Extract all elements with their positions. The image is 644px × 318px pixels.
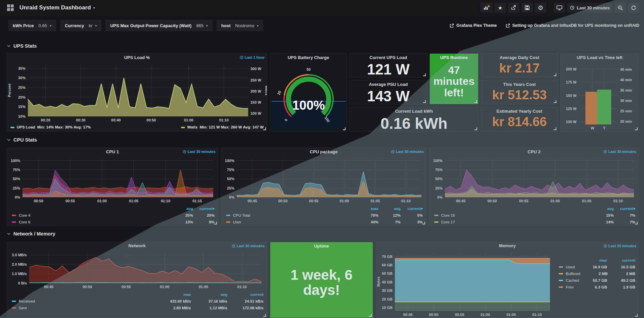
chevron-down-icon xyxy=(7,138,11,142)
legend-column-header[interactable]: current▾ xyxy=(614,206,635,211)
legend-column-header[interactable]: avg xyxy=(378,207,401,211)
panel-title[interactable]: Estimated Yearly Cost xyxy=(481,107,557,115)
panel-title[interactable]: UPS Load % xyxy=(7,54,267,62)
memory-chart[interactable]: 70 GB60 GB50 GB40 GB30 GB20 GB10 GB00:45… xyxy=(376,250,554,318)
legend-value: 3% xyxy=(401,220,423,224)
add-panel-button[interactable] xyxy=(480,3,493,13)
legend-item[interactable]: Core 6 xyxy=(12,220,172,224)
dashboard-title[interactable]: Unraid System Dashboard xyxy=(19,4,91,11)
row-header-ups-stats[interactable]: UPS Stats xyxy=(7,42,37,50)
svg-text:01:05: 01:05 xyxy=(370,199,380,203)
battery-gauge[interactable]: 50 20 0 100 100% xyxy=(270,62,347,130)
legend-item[interactable]: User xyxy=(226,220,356,224)
variable-host[interactable]: host Nostromo ▾ xyxy=(217,20,263,31)
variable-ups-max-output[interactable]: UPS Max Output Power Capacity (Watt) 865… xyxy=(105,20,213,31)
variable-currency[interactable]: Currency kr ▾ xyxy=(60,20,101,31)
panel-title[interactable]: Current UPS Load xyxy=(350,54,427,62)
svg-text:00:45: 00:45 xyxy=(44,285,53,289)
share-button[interactable] xyxy=(508,3,519,13)
svg-text:01:10: 01:10 xyxy=(613,199,623,203)
legend-column-header[interactable]: current▾ xyxy=(401,206,423,211)
legend-column-header[interactable]: avg xyxy=(191,293,227,297)
svg-text:01:10: 01:10 xyxy=(219,118,229,122)
svg-text:00:50: 00:50 xyxy=(34,199,43,203)
legend-item[interactable]: Watts Min: 121 W Max: 260 W Avg: 147 W xyxy=(181,125,264,129)
row-header-network-memory[interactable]: Network / Memory xyxy=(7,230,55,237)
legend-column-header[interactable]: avg xyxy=(172,207,193,211)
panel-title[interactable]: Memory xyxy=(376,242,639,250)
settings-button[interactable]: ⚙ xyxy=(535,3,546,13)
panel-title[interactable]: Uptime xyxy=(270,242,373,250)
svg-text:00:50: 00:50 xyxy=(488,199,497,203)
legend-item[interactable]: Sent xyxy=(12,306,155,310)
cpu-package-chart[interactable]: 100%75%50%25%0%00:4500:5000:5501:0001:05… xyxy=(221,156,426,205)
ups-load-chart[interactable]: 35%30%25%20%15%10%300 W250 W200 W150 W10… xyxy=(7,62,267,124)
legend-column-header[interactable]: max xyxy=(579,258,607,262)
cpu2-chart[interactable]: 100%75%50%25%0%00:4500:5000:5501:0001:05… xyxy=(429,156,639,205)
svg-text:01:00: 01:00 xyxy=(184,118,193,122)
legend-item[interactable]: Free xyxy=(559,285,579,289)
legend-item[interactable]: UPS Load Min: 14% Max: 30% Avg: 17% xyxy=(10,125,91,129)
time-range-button[interactable]: Last 30 minutes xyxy=(567,3,612,13)
zoom-out-button[interactable] xyxy=(614,3,626,13)
panel-title[interactable]: This Years Cost xyxy=(481,81,557,89)
row-header-cpu-stats[interactable]: CPU Stats xyxy=(7,136,37,144)
variable-value[interactable]: Nostromo xyxy=(235,23,254,28)
network-chart[interactable]: 3.0 MB/s2.0 MB/s1.0 MB/s0 B/s00:4500:500… xyxy=(7,250,267,291)
legend-item[interactable]: Buffered xyxy=(559,272,580,276)
svg-text:25%: 25% xyxy=(13,186,20,190)
legend-column-header[interactable]: max xyxy=(356,207,378,211)
save-button[interactable] xyxy=(521,3,533,13)
link-grafana-influxdb-guide[interactable]: Setting up Grafana and InfluxDB for UPS … xyxy=(506,23,639,28)
variable-value[interactable]: 0.65 xyxy=(39,23,47,28)
refresh-icon xyxy=(631,5,636,10)
variable-value[interactable]: 865 xyxy=(196,23,203,28)
legend-value: 7% xyxy=(614,220,635,224)
panel-memory: Memory Last 30 minutes 70 GB60 GB50 GB40… xyxy=(376,242,639,318)
legend-item[interactable]: Used xyxy=(559,265,579,269)
legend-item[interactable]: CPU Total xyxy=(226,213,356,217)
legend-item[interactable]: Core 16 xyxy=(434,213,592,217)
svg-text:15%: 15% xyxy=(18,105,26,109)
panel-title[interactable]: Current Load kWh xyxy=(350,107,478,115)
legend-column-header[interactable]: avg xyxy=(592,207,614,211)
svg-text:00:50: 00:50 xyxy=(146,118,156,122)
clock-icon xyxy=(232,244,235,248)
svg-text:10%: 10% xyxy=(18,114,26,118)
panel-this-years-cost: This Years Cost kr 512.53 xyxy=(481,80,558,104)
clock-icon xyxy=(240,56,243,59)
panel-title[interactable]: UPS Runtime xyxy=(430,54,478,62)
svg-text:100%: 100% xyxy=(11,159,20,163)
panel-title[interactable]: UPS Battery Charge xyxy=(270,54,347,62)
cpu1-chart[interactable]: 100%75%50%25%0%00:5000:5501:0001:0501:10… xyxy=(7,156,218,205)
panel-ups-load-vs-time-left: UPS Load vs Time left 200 W175 W150 W125… xyxy=(560,53,639,131)
refresh-button[interactable] xyxy=(628,3,639,13)
legend-value: 20% xyxy=(193,213,215,217)
variable-kwh-price[interactable]: kWh Price 0.65 ▾ xyxy=(8,20,56,31)
legend-column-header[interactable]: current▾ xyxy=(193,206,215,211)
dashboard-grid-icon[interactable] xyxy=(5,3,16,13)
panel-title[interactable]: Average Daily Cost xyxy=(481,54,557,62)
panel-title[interactable]: Average PSU Load xyxy=(350,81,427,89)
legend-column-header[interactable]: current xyxy=(607,258,635,262)
legend-item[interactable]: Received xyxy=(12,299,155,303)
panel-title[interactable]: UPS Load vs Time left xyxy=(561,54,639,62)
legend-column-header[interactable]: max xyxy=(155,293,191,297)
panel-title[interactable]: Network xyxy=(7,242,267,250)
tv-mode-button[interactable] xyxy=(554,3,565,13)
svg-text:00:30: 00:30 xyxy=(76,118,85,122)
legend-item[interactable]: Cached xyxy=(559,278,579,282)
star-button[interactable]: ★ xyxy=(495,3,506,13)
legend-item[interactable]: Core 4 xyxy=(12,213,172,217)
legend-value: 433.60 kB/s xyxy=(155,299,191,303)
legend-value: 14% xyxy=(592,220,614,224)
legend-value: 8% xyxy=(193,220,215,224)
panel-cpu-1: CPU 1 Last 30 minutes 100%75%50%25%0%00:… xyxy=(7,148,218,226)
variable-value[interactable]: kr xyxy=(89,23,92,28)
link-grafana-plex-theme[interactable]: Grafana Plex Theme xyxy=(450,23,497,28)
legend-item[interactable]: Core 17 xyxy=(434,220,592,224)
time-range-badge: Last 30 minutes xyxy=(603,150,636,154)
chevron-down-icon[interactable]: ▾ xyxy=(93,6,95,10)
legend-column-header[interactable]: current xyxy=(227,293,264,297)
ups-load-vs-time-chart[interactable]: 200 W175 W150 W125 W100 W45 min40 min35 … xyxy=(561,62,639,131)
